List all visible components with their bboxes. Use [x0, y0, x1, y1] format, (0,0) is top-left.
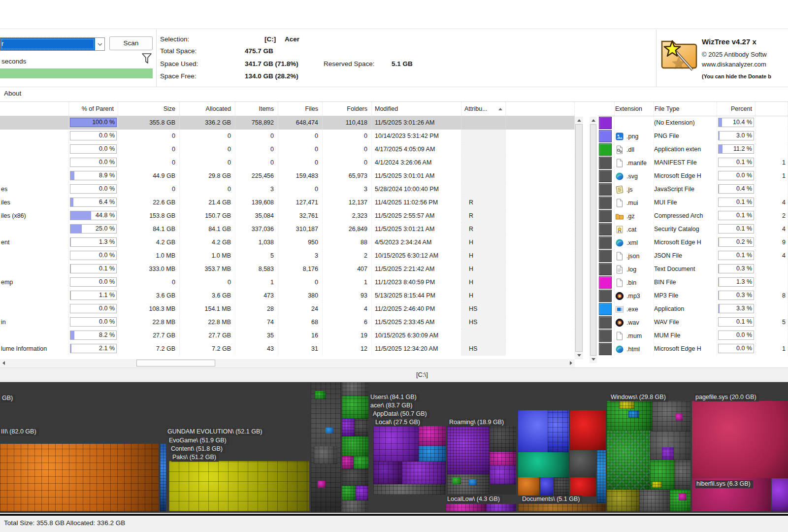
treemap-block-violet-file[interactable]	[540, 477, 553, 496]
table-row[interactable]: 8.9 %44.9 GB29.8 GB225,456159,48365,9731…	[0, 169, 575, 183]
scroll-left-button[interactable]	[0, 359, 7, 367]
treemap-label[interactable]: Users\ (84.1 GB)	[369, 394, 419, 401]
treemap-label[interactable]: GUNDAM EVOLUTION\ (52.1 GB)	[166, 428, 264, 436]
treemap-block-red-file-2[interactable]	[570, 477, 596, 497]
treemap-block-appdata-roaming[interactable]	[447, 426, 516, 495]
treemap-block-documents[interactable]	[518, 504, 606, 511]
extension-row[interactable]: .exeApplication3.3 %	[598, 302, 788, 316]
treemap-label[interactable]: Documents\ (5.1 GB)	[521, 496, 582, 503]
extension-row[interactable]: .catSecurity Catalog0.1 %4	[598, 223, 788, 236]
table-row[interactable]: es0.0 %003035/28/2024 10:00:40 PM	[0, 183, 575, 196]
scroll-up-button[interactable]	[575, 117, 583, 124]
treemap-label[interactable]: Paks\ (51.2 GB)	[171, 454, 219, 462]
extension-row[interactable]: .mumMUM File0.0 %	[598, 329, 788, 342]
drive-selector[interactable]: r	[0, 37, 105, 51]
treemap-label[interactable]: EvoGame\ (51.9 GB)	[168, 437, 229, 445]
extension-row[interactable]: (No Extension)10.4 %	[598, 116, 788, 130]
chevron-down-icon[interactable]	[95, 38, 104, 50]
table-row[interactable]: 1.1 %3.6 GB3.6 GB473380935/13/2025 8:15:…	[0, 289, 575, 302]
header-files[interactable]: Files	[278, 102, 323, 116]
treemap-label[interactable]: Roaming\ (18.9 GB)	[448, 419, 506, 427]
treemap-block-left-folder[interactable]	[0, 444, 159, 511]
vertical-scrollbar[interactable]	[575, 117, 583, 359]
treemap-block-blue-file[interactable]	[518, 410, 569, 452]
treemap-label[interactable]: Windows\ (29.8 GB)	[610, 394, 668, 401]
treemap-block-orange-file[interactable]	[518, 477, 539, 496]
extension-row[interactable]: .binBIN File1.3 %	[598, 276, 788, 289]
table-row[interactable]: 0.0 %000004/17/2025 4:05:09 AM	[0, 143, 575, 156]
extension-row[interactable]: .jsonJSON File0.1 %4	[598, 249, 788, 263]
header-attributes[interactable]: Attribu...	[461, 102, 506, 116]
treemap-label[interactable]: hiberfil.sys (6.3 GB)	[695, 480, 753, 488]
treemap-label[interactable]: pagefile.sys (20.0 GB)	[694, 394, 759, 401]
table-row[interactable]: iles6.4 %22.6 GB21.4 GB139,608127,47112,…	[0, 196, 575, 209]
scroll-right-button[interactable]	[567, 359, 575, 367]
table-row[interactable]: ent1.3 %4.2 GB4.2 GB1,038950884/5/2023 2…	[0, 236, 575, 249]
filter-icon[interactable]	[141, 53, 153, 66]
horizontal-scrollbar[interactable]	[0, 359, 575, 367]
treemap-label[interactable]: Content\ (51.8 GB)	[170, 445, 225, 453]
extension-row[interactable]: .wavWAV File0.1 %5	[598, 316, 788, 329]
table-row[interactable]: 100.0 %355.8 GB336.2 GB758,892648,474110…	[0, 116, 575, 130]
table-row[interactable]: in0.0 %22.8 MB22.8 MB7468611/5/2025 2:33…	[0, 316, 575, 329]
treemap-block-mixed-strip[interactable]	[342, 382, 368, 512]
header-folders[interactable]: Folders	[323, 102, 372, 116]
extension-row[interactable]: .dllApplication exten11.2 %	[598, 143, 788, 156]
treemap[interactable]: GB)III\ (82.0 GB)GUNDAM EVOLUTION\ (52.1…	[0, 382, 788, 512]
website-link[interactable]: www.diskanalyzer.com	[702, 61, 766, 68]
table-row[interactable]: emp0.0 %0010111/1/2023 8:40:59 PMH	[0, 276, 575, 289]
treemap-block-locallow[interactable]	[446, 504, 516, 511]
header-extension[interactable]: Extension	[615, 102, 654, 116]
header-percent-of-parent[interactable]: % of Parent	[69, 102, 118, 116]
table-row[interactable]: 0.0 %1.0 MB1.0 MB53210/15/2025 6:30:12 A…	[0, 249, 575, 263]
extension-scroll-down-button[interactable]	[590, 356, 597, 363]
extension-row[interactable]: .xmlMicrosoft Edge H0.2 %9	[598, 236, 788, 249]
treemap-block-teal-file[interactable]	[518, 452, 569, 477]
treemap-block-windows[interactable]	[607, 401, 690, 511]
scan-button[interactable]: Scan	[109, 36, 153, 50]
treemap-block-purple-file[interactable]	[772, 478, 788, 511]
extension-row[interactable]: .gzCompressed Arch0.1 %2	[598, 209, 788, 223]
treemap-label[interactable]: III\ (82.0 GB)	[0, 428, 39, 436]
treemap-label[interactable]: acer\ (83.7 GB)	[369, 402, 415, 410]
table-row[interactable]: 0.0 %0000010/14/2023 5:31:42 PM	[0, 130, 575, 143]
treemap-block-appdata-local[interactable]	[373, 426, 446, 495]
table-row[interactable]: 0.0 %108.3 MB154.1 MB2824411/2/2025 2:46…	[0, 302, 575, 316]
extension-scrollbar[interactable]	[590, 117, 597, 363]
treemap-block-pagefile[interactable]	[692, 401, 788, 478]
treemap-label[interactable]: GB)	[1, 395, 15, 402]
table-row[interactable]: 25.0 %84.1 GB84.1 GB337,036310,18726,849…	[0, 223, 575, 236]
treemap-label[interactable]: Local\ (27.5 GB)	[374, 419, 423, 427]
treemap-block-dark-column[interactable]	[311, 382, 341, 512]
header-percent[interactable]: Percent	[717, 102, 755, 116]
extension-row[interactable]: .svgMicrosoft Edge H0.0 %1	[598, 169, 788, 183]
treemap-block-blue-mosaic[interactable]	[597, 450, 606, 503]
table-row[interactable]: iles (x86)44.8 %153.8 GB150.7 GB35,08432…	[0, 209, 575, 223]
treemap-block-red-file[interactable]	[570, 410, 606, 450]
header-name[interactable]	[0, 102, 69, 116]
extension-scrollbar-thumb[interactable]	[590, 124, 596, 356]
table-row[interactable]: lume Information2.1 %7.2 GB7.2 GB4331121…	[0, 342, 575, 356]
extension-row[interactable]: .htmlMicrosoft Edge H0.0 %1	[598, 342, 788, 356]
scroll-down-button[interactable]	[575, 352, 583, 359]
vertical-scrollbar-thumb[interactable]	[575, 124, 583, 352]
table-row[interactable]: 0.0 %000004/1/2024 3:26:06 AM	[0, 156, 575, 169]
drive-selector-value[interactable]: r	[0, 38, 95, 50]
extension-row[interactable]: .muiMUI File0.1 %4	[598, 196, 788, 209]
extension-scroll-up-button[interactable]	[590, 117, 597, 124]
treemap-label[interactable]: AppData\ (50.7 GB)	[372, 410, 429, 418]
header-modified[interactable]: Modified	[372, 102, 461, 116]
header-items[interactable]: Items	[235, 102, 278, 116]
extension-row[interactable]: .jsJavaScript File0.4 %	[598, 183, 788, 196]
treemap-block-gundam-paks[interactable]	[169, 461, 309, 511]
table-row[interactable]: 8.2 %27.7 GB27.7 GB35161910/15/2025 6:30…	[0, 329, 575, 342]
extension-row[interactable]: .manifeMANIFEST File0.1 %1	[598, 156, 788, 169]
treemap-label[interactable]: LocalLow\ (4.3 GB)	[446, 496, 502, 503]
horizontal-scrollbar-thumb[interactable]	[136, 360, 215, 366]
extension-row[interactable]: .logText Document0.3 %	[598, 263, 788, 276]
header-file-type[interactable]: File Type	[654, 102, 717, 116]
extension-row[interactable]: .mp3MP3 File0.3 %8	[598, 289, 788, 302]
header-allocated[interactable]: Allocated	[180, 102, 235, 116]
header-size[interactable]: Size	[118, 102, 180, 116]
table-row[interactable]: 0.1 %333.0 MB353.7 MB8,5838,17640711/5/2…	[0, 263, 575, 276]
